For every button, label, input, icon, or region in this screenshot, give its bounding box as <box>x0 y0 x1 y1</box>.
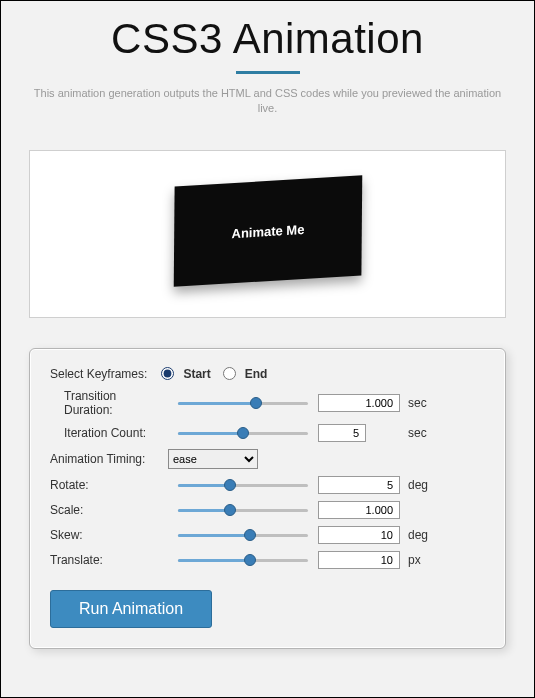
rotate-row: Rotate: deg <box>50 476 485 494</box>
duration-row: Transition Duration: sec <box>50 389 485 417</box>
scale-label: Scale: <box>50 503 168 517</box>
skew-label: Skew: <box>50 528 168 542</box>
keyframe-end-label: End <box>245 367 268 381</box>
iteration-row: Iteration Count: sec <box>50 424 485 442</box>
rotate-input[interactable] <box>318 476 400 494</box>
skew-slider[interactable] <box>178 529 308 541</box>
skew-row: Skew: deg <box>50 526 485 544</box>
translate-label: Translate: <box>50 553 168 567</box>
keyframe-end-radio[interactable] <box>223 367 236 380</box>
duration-label: Transition Duration: <box>50 389 168 417</box>
skew-input[interactable] <box>318 526 400 544</box>
iteration-input[interactable] <box>318 424 366 442</box>
skew-unit: deg <box>408 528 428 542</box>
iteration-slider[interactable] <box>178 427 308 439</box>
scale-input[interactable] <box>318 501 400 519</box>
translate-row: Translate: px <box>50 551 485 569</box>
rotate-label: Rotate: <box>50 478 168 492</box>
scale-slider[interactable] <box>178 504 308 516</box>
translate-slider[interactable] <box>178 554 308 566</box>
timing-row: Animation Timing: ease <box>50 449 485 469</box>
iteration-unit: sec <box>408 426 427 440</box>
animate-card: Animate Me <box>173 175 362 287</box>
rotate-slider[interactable] <box>178 479 308 491</box>
rotate-unit: deg <box>408 478 428 492</box>
keyframe-start-radio[interactable] <box>161 367 174 380</box>
page-title: CSS3 Animation <box>1 15 534 63</box>
iteration-label: Iteration Count: <box>50 426 168 440</box>
title-underline <box>236 71 300 74</box>
translate-input[interactable] <box>318 551 400 569</box>
duration-input[interactable] <box>318 394 400 412</box>
animation-settings-panel: Select Keyframes: Start End Transition D… <box>29 348 506 649</box>
timing-select[interactable]: ease <box>168 449 258 469</box>
run-animation-button[interactable]: Run Animation <box>50 590 212 628</box>
timing-label: Animation Timing: <box>50 452 168 466</box>
keyframe-row: Select Keyframes: Start End <box>50 367 485 381</box>
keyframe-start-label: Start <box>183 367 210 381</box>
scale-row: Scale: <box>50 501 485 519</box>
animation-preview: Animate Me <box>29 150 506 318</box>
translate-unit: px <box>408 553 421 567</box>
animate-card-label: Animate Me <box>231 221 304 240</box>
keyframes-label: Select Keyframes: <box>50 367 147 381</box>
duration-slider[interactable] <box>178 397 308 409</box>
duration-unit: sec <box>408 396 427 410</box>
page-subtitle: This animation generation outputs the HT… <box>1 86 534 116</box>
